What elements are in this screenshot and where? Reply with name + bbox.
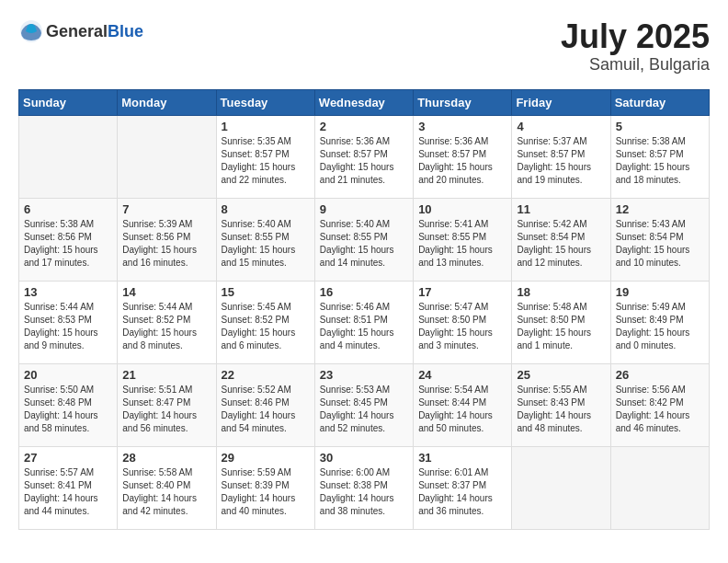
day-number: 12 (616, 202, 704, 216)
calendar-cell: 10Sunrise: 5:41 AM Sunset: 8:55 PM Dayli… (414, 198, 512, 281)
calendar-cell: 29Sunrise: 5:59 AM Sunset: 8:39 PM Dayli… (216, 446, 314, 529)
cell-info: Sunrise: 5:44 AM Sunset: 8:52 PM Dayligh… (122, 301, 210, 352)
day-number: 15 (222, 285, 310, 299)
logo-text: GeneralBlue (46, 22, 143, 41)
cell-info: Sunrise: 5:36 AM Sunset: 8:57 PM Dayligh… (320, 135, 408, 187)
cell-info: Sunrise: 5:35 AM Sunset: 8:57 PM Dayligh… (222, 135, 310, 187)
day-number: 22 (222, 368, 310, 382)
day-number: 11 (517, 202, 605, 216)
calendar-cell: 26Sunrise: 5:56 AM Sunset: 8:42 PM Dayli… (610, 363, 709, 446)
day-number: 9 (320, 202, 408, 216)
cell-info: Sunrise: 5:52 AM Sunset: 8:46 PM Dayligh… (222, 384, 310, 435)
day-number: 14 (122, 285, 210, 299)
calendar-cell: 30Sunrise: 6:00 AM Sunset: 8:38 PM Dayli… (314, 446, 413, 529)
calendar-cell (19, 115, 118, 198)
cell-info: Sunrise: 5:46 AM Sunset: 8:51 PM Dayligh… (320, 301, 408, 352)
day-number: 8 (222, 202, 310, 216)
calendar-week-1: 1Sunrise: 5:35 AM Sunset: 8:57 PM Daylig… (19, 115, 710, 198)
cell-info: Sunrise: 5:40 AM Sunset: 8:55 PM Dayligh… (320, 218, 408, 270)
cell-info: Sunrise: 5:38 AM Sunset: 8:56 PM Dayligh… (24, 218, 112, 270)
cell-info: Sunrise: 5:44 AM Sunset: 8:53 PM Dayligh… (24, 301, 112, 352)
logo-general: General (46, 22, 108, 40)
calendar-cell (512, 446, 610, 529)
day-number: 1 (222, 120, 310, 133)
weekday-header-thursday: Thursday (414, 89, 512, 115)
calendar-cell: 3Sunrise: 5:36 AM Sunset: 8:57 PM Daylig… (414, 115, 512, 198)
day-number: 5 (616, 120, 704, 133)
calendar-cell: 13Sunrise: 5:44 AM Sunset: 8:53 PM Dayli… (19, 281, 118, 363)
day-number: 13 (24, 285, 112, 299)
logo: GeneralBlue (18, 18, 143, 44)
day-number: 29 (222, 451, 310, 465)
page-header: GeneralBlue July 2025 Samuil, Bulgaria (18, 18, 710, 75)
calendar-week-4: 20Sunrise: 5:50 AM Sunset: 8:48 PM Dayli… (19, 363, 710, 446)
calendar-table: SundayMondayTuesdayWednesdayThursdayFrid… (18, 89, 710, 530)
day-number: 30 (320, 451, 408, 465)
calendar-cell: 25Sunrise: 5:55 AM Sunset: 8:43 PM Dayli… (512, 363, 610, 446)
day-number: 10 (418, 202, 506, 216)
calendar-cell: 23Sunrise: 5:53 AM Sunset: 8:45 PM Dayli… (314, 363, 413, 446)
day-number: 6 (24, 202, 112, 216)
calendar-cell: 2Sunrise: 5:36 AM Sunset: 8:57 PM Daylig… (314, 115, 413, 198)
day-number: 21 (122, 368, 210, 382)
calendar-cell: 19Sunrise: 5:49 AM Sunset: 8:49 PM Dayli… (610, 281, 709, 363)
cell-info: Sunrise: 5:36 AM Sunset: 8:57 PM Dayligh… (418, 135, 506, 187)
month-title: July 2025 (561, 18, 710, 55)
day-number: 7 (122, 202, 210, 216)
day-number: 2 (320, 120, 408, 133)
calendar-week-2: 6Sunrise: 5:38 AM Sunset: 8:56 PM Daylig… (19, 198, 710, 281)
weekday-header-row: SundayMondayTuesdayWednesdayThursdayFrid… (19, 89, 710, 115)
calendar-cell: 17Sunrise: 5:47 AM Sunset: 8:50 PM Dayli… (414, 281, 512, 363)
weekday-header-tuesday: Tuesday (216, 89, 314, 115)
cell-info: Sunrise: 5:41 AM Sunset: 8:55 PM Dayligh… (418, 218, 506, 270)
calendar-cell: 31Sunrise: 6:01 AM Sunset: 8:37 PM Dayli… (414, 446, 512, 529)
cell-info: Sunrise: 5:50 AM Sunset: 8:48 PM Dayligh… (24, 384, 112, 435)
calendar-cell: 18Sunrise: 5:48 AM Sunset: 8:50 PM Dayli… (512, 281, 610, 363)
calendar-cell (610, 446, 709, 529)
calendar-cell: 9Sunrise: 5:40 AM Sunset: 8:55 PM Daylig… (314, 198, 413, 281)
day-number: 26 (616, 368, 704, 382)
weekday-header-wednesday: Wednesday (314, 89, 413, 115)
calendar-cell: 27Sunrise: 5:57 AM Sunset: 8:41 PM Dayli… (19, 446, 118, 529)
cell-info: Sunrise: 5:47 AM Sunset: 8:50 PM Dayligh… (418, 301, 506, 352)
calendar-cell: 15Sunrise: 5:45 AM Sunset: 8:52 PM Dayli… (216, 281, 314, 363)
day-number: 25 (517, 368, 605, 382)
calendar-cell: 14Sunrise: 5:44 AM Sunset: 8:52 PM Dayli… (118, 281, 216, 363)
cell-info: Sunrise: 5:51 AM Sunset: 8:47 PM Dayligh… (122, 384, 210, 435)
calendar-cell (118, 115, 216, 198)
calendar-cell: 4Sunrise: 5:37 AM Sunset: 8:57 PM Daylig… (512, 115, 610, 198)
weekday-header-saturday: Saturday (610, 89, 709, 115)
calendar-week-3: 13Sunrise: 5:44 AM Sunset: 8:53 PM Dayli… (19, 281, 710, 363)
calendar-cell: 28Sunrise: 5:58 AM Sunset: 8:40 PM Dayli… (118, 446, 216, 529)
day-number: 23 (320, 368, 408, 382)
calendar-cell: 21Sunrise: 5:51 AM Sunset: 8:47 PM Dayli… (118, 363, 216, 446)
calendar-cell: 6Sunrise: 5:38 AM Sunset: 8:56 PM Daylig… (19, 198, 118, 281)
day-number: 27 (24, 451, 112, 465)
logo-blue: Blue (108, 22, 143, 40)
cell-info: Sunrise: 5:53 AM Sunset: 8:45 PM Dayligh… (320, 384, 408, 435)
day-number: 24 (418, 368, 506, 382)
calendar-cell: 8Sunrise: 5:40 AM Sunset: 8:55 PM Daylig… (216, 198, 314, 281)
cell-info: Sunrise: 5:37 AM Sunset: 8:57 PM Dayligh… (517, 135, 605, 187)
day-number: 4 (517, 120, 605, 133)
cell-info: Sunrise: 5:58 AM Sunset: 8:40 PM Dayligh… (122, 466, 210, 518)
calendar-cell: 22Sunrise: 5:52 AM Sunset: 8:46 PM Dayli… (216, 363, 314, 446)
cell-info: Sunrise: 5:59 AM Sunset: 8:39 PM Dayligh… (222, 466, 310, 518)
cell-info: Sunrise: 5:43 AM Sunset: 8:54 PM Dayligh… (616, 218, 704, 270)
weekday-header-friday: Friday (512, 89, 610, 115)
cell-info: Sunrise: 5:42 AM Sunset: 8:54 PM Dayligh… (517, 218, 605, 270)
calendar-week-5: 27Sunrise: 5:57 AM Sunset: 8:41 PM Dayli… (19, 446, 710, 529)
cell-info: Sunrise: 5:49 AM Sunset: 8:49 PM Dayligh… (616, 301, 704, 352)
title-block: July 2025 Samuil, Bulgaria (561, 18, 710, 75)
cell-info: Sunrise: 5:57 AM Sunset: 8:41 PM Dayligh… (24, 466, 112, 518)
calendar-cell: 16Sunrise: 5:46 AM Sunset: 8:51 PM Dayli… (314, 281, 413, 363)
day-number: 20 (24, 368, 112, 382)
cell-info: Sunrise: 5:48 AM Sunset: 8:50 PM Dayligh… (517, 301, 605, 352)
cell-info: Sunrise: 6:01 AM Sunset: 8:37 PM Dayligh… (418, 466, 506, 518)
cell-info: Sunrise: 5:54 AM Sunset: 8:44 PM Dayligh… (418, 384, 506, 435)
day-number: 28 (122, 451, 210, 465)
calendar-cell: 1Sunrise: 5:35 AM Sunset: 8:57 PM Daylig… (216, 115, 314, 198)
weekday-header-sunday: Sunday (19, 89, 118, 115)
calendar-cell: 20Sunrise: 5:50 AM Sunset: 8:48 PM Dayli… (19, 363, 118, 446)
cell-info: Sunrise: 5:55 AM Sunset: 8:43 PM Dayligh… (517, 384, 605, 435)
